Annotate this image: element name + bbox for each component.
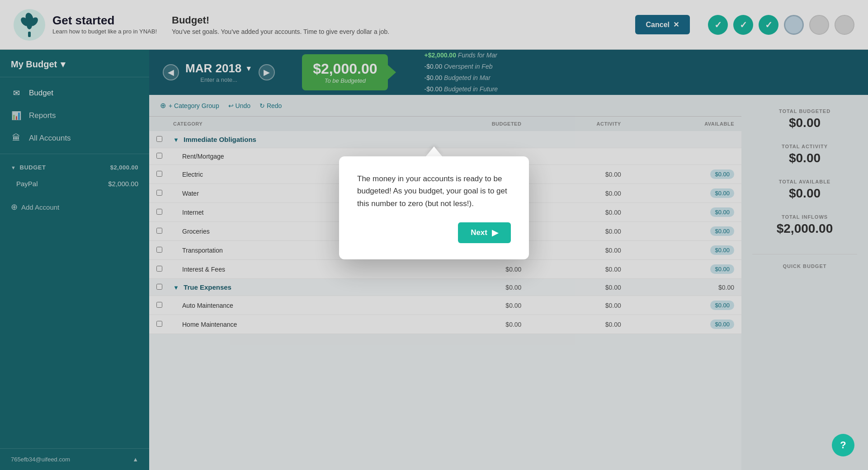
modal-overlay: The money in your accounts is ready to b… bbox=[0, 0, 868, 470]
next-button[interactable]: Next ▶ bbox=[458, 222, 511, 243]
help-button[interactable]: ? bbox=[832, 434, 854, 456]
popup-wrapper: The money in your accounts is ready to b… bbox=[339, 156, 529, 259]
popup-card: The money in your accounts is ready to b… bbox=[339, 156, 529, 259]
popup-actions: Next ▶ bbox=[357, 222, 511, 243]
help-icon: ? bbox=[840, 439, 846, 451]
next-label: Next bbox=[471, 228, 487, 237]
next-icon: ▶ bbox=[492, 228, 498, 238]
popup-message: The money in your accounts is ready to b… bbox=[357, 173, 511, 210]
popup-arrow bbox=[426, 146, 442, 156]
